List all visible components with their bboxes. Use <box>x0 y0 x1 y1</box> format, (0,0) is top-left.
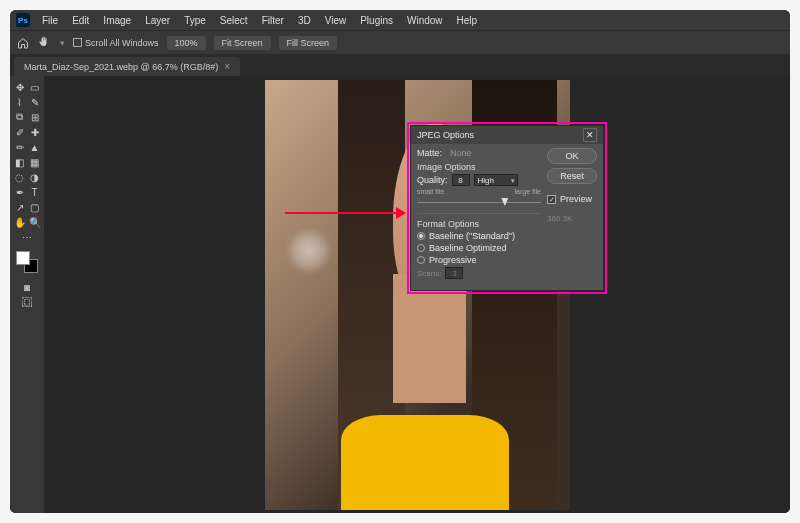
preview-checkbox[interactable]: Preview <box>547 194 597 204</box>
menu-image[interactable]: Image <box>97 13 137 28</box>
edit-toolbar-icon[interactable]: ⋯ <box>13 230 41 244</box>
radio-icon <box>417 256 425 264</box>
dialog-close-button[interactable]: ✕ <box>583 128 597 142</box>
quickselect-tool-icon[interactable]: ✎ <box>28 95 42 109</box>
baseline-standard-radio[interactable]: Baseline ("Standard") <box>417 231 541 241</box>
slider-small-label: small file <box>417 188 444 195</box>
baseline-optimized-radio[interactable]: Baseline Optimized <box>417 243 541 253</box>
hand-tool-icon-2[interactable]: ✋ <box>13 215 27 229</box>
tools-panel: ✥▭ ⌇✎ ⧉⊞ ✐✚ ✏▲ ◧▦ ◌◑ ✒T ↗▢ ✋🔍 ⋯ ◙ ⿴ <box>10 76 44 513</box>
scroll-all-windows-checkbox[interactable]: Scroll All Windows <box>73 38 159 48</box>
eyedropper-tool-icon[interactable]: ✐ <box>13 125 27 139</box>
baseline-standard-label: Baseline ("Standard") <box>429 231 515 241</box>
brush-tool-icon[interactable]: ✏ <box>13 140 27 154</box>
dialog-title-text: JPEG Options <box>417 130 474 140</box>
pen-tool-icon[interactable]: ✒ <box>13 185 27 199</box>
stamp-tool-icon[interactable]: ▲ <box>28 140 42 154</box>
menu-filter[interactable]: Filter <box>256 13 290 28</box>
menu-view[interactable]: View <box>319 13 353 28</box>
menu-edit[interactable]: Edit <box>66 13 95 28</box>
color-swatch[interactable] <box>16 251 38 273</box>
dodge-tool-icon[interactable]: ◑ <box>28 170 42 184</box>
menu-3d[interactable]: 3D <box>292 13 317 28</box>
lasso-tool-icon[interactable]: ⌇ <box>13 95 27 109</box>
menu-layer[interactable]: Layer <box>139 13 176 28</box>
move-tool-icon[interactable]: ✥ <box>13 80 27 94</box>
format-options-heading: Format Options <box>417 219 541 229</box>
crop-tool-icon[interactable]: ⧉ <box>13 110 27 124</box>
type-tool-icon[interactable]: T <box>28 185 42 199</box>
scroll-all-label: Scroll All Windows <box>85 38 159 48</box>
menu-window[interactable]: Window <box>401 13 449 28</box>
artboard-tool-icon[interactable]: ▭ <box>28 80 42 94</box>
matte-value[interactable]: None <box>450 148 472 158</box>
zoom-tool-icon[interactable]: 🔍 <box>28 215 42 229</box>
blur-tool-icon[interactable]: ◌ <box>13 170 27 184</box>
workspace: ✥▭ ⌇✎ ⧉⊞ ✐✚ ✏▲ ◧▦ ◌◑ ✒T ↗▢ ✋🔍 ⋯ ◙ ⿴ <box>10 76 790 513</box>
quickmask-icon[interactable]: ◙ <box>13 280 41 294</box>
hand-tool-icon[interactable] <box>38 36 52 50</box>
scans-label: Scans: <box>417 269 441 278</box>
radio-icon <box>417 232 425 240</box>
quality-label: Quality: <box>417 175 448 185</box>
filesize-text: 386.3K <box>547 214 597 223</box>
menu-file[interactable]: File <box>36 13 64 28</box>
quality-preset-select[interactable]: High <box>474 174 518 186</box>
menu-bar: Ps File Edit Image Layer Type Select Fil… <box>10 10 790 30</box>
document-tab-label: Marta_Diaz-Sep_2021.webp @ 66.7% (RGB/8#… <box>24 62 218 72</box>
annotation-arrow <box>285 212 405 214</box>
document-tab[interactable]: Marta_Diaz-Sep_2021.webp @ 66.7% (RGB/8#… <box>14 57 240 76</box>
home-icon[interactable] <box>16 36 30 50</box>
heal-tool-icon[interactable]: ✚ <box>28 125 42 139</box>
menu-help[interactable]: Help <box>451 13 484 28</box>
tab-close-icon[interactable]: × <box>224 61 230 72</box>
menu-type[interactable]: Type <box>178 13 212 28</box>
eraser-tool-icon[interactable]: ◧ <box>13 155 27 169</box>
slider-large-label: large file <box>515 188 541 195</box>
document-tab-bar: Marta_Diaz-Sep_2021.webp @ 66.7% (RGB/8#… <box>10 54 790 76</box>
shape-tool-icon[interactable]: ▢ <box>28 200 42 214</box>
quality-input[interactable]: 8 <box>452 174 470 186</box>
menu-select[interactable]: Select <box>214 13 254 28</box>
preview-label: Preview <box>560 194 592 204</box>
frame-tool-icon[interactable]: ⊞ <box>28 110 42 124</box>
progressive-label: Progressive <box>429 255 477 265</box>
fit-screen-button[interactable]: Fit Screen <box>214 36 271 50</box>
app-logo: Ps <box>16 13 30 27</box>
fill-screen-button[interactable]: Fill Screen <box>279 36 338 50</box>
scans-input: 3 <box>445 267 463 279</box>
jpeg-options-dialog: JPEG Options ✕ Matte: None Image Options… <box>410 125 604 291</box>
fg-color-swatch[interactable] <box>16 251 30 265</box>
reset-button[interactable]: Reset <box>547 168 597 184</box>
path-tool-icon[interactable]: ↗ <box>13 200 27 214</box>
image-options-heading: Image Options <box>417 162 541 172</box>
baseline-optimized-label: Baseline Optimized <box>429 243 507 253</box>
ok-button[interactable]: OK <box>547 148 597 164</box>
matte-label: Matte: <box>417 148 442 158</box>
progressive-radio[interactable]: Progressive <box>417 255 541 265</box>
menu-plugins[interactable]: Plugins <box>354 13 399 28</box>
app-window: Ps File Edit Image Layer Type Select Fil… <box>10 10 790 513</box>
zoom-100-button[interactable]: 100% <box>167 36 206 50</box>
quality-slider[interactable] <box>417 198 541 208</box>
screenmode-icon[interactable]: ⿴ <box>13 295 41 309</box>
radio-icon <box>417 244 425 252</box>
gradient-tool-icon[interactable]: ▦ <box>28 155 42 169</box>
checkbox-icon <box>547 195 556 204</box>
dialog-titlebar[interactable]: JPEG Options ✕ <box>411 126 603 144</box>
options-bar: ▾ Scroll All Windows 100% Fit Screen Fil… <box>10 30 790 54</box>
